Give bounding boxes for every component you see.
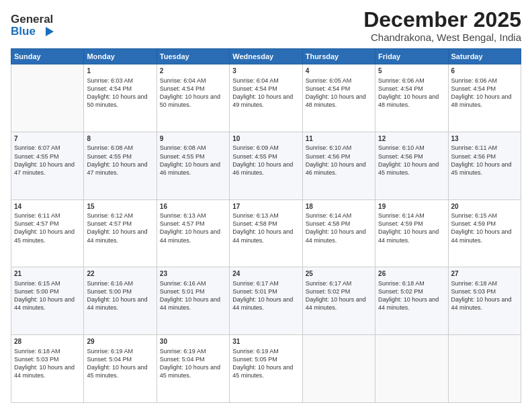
day-detail: Sunrise: 6:11 AMSunset: 4:56 PMDaylight:… <box>451 144 518 177</box>
day-number: 6 <box>451 66 518 76</box>
calendar-week-row: 21Sunrise: 6:15 AMSunset: 5:00 PMDayligh… <box>11 267 521 335</box>
calendar-cell: 8Sunrise: 6:08 AMSunset: 4:55 PMDaylight… <box>84 132 157 199</box>
day-detail: Sunrise: 6:19 AMSunset: 5:04 PMDaylight:… <box>87 347 153 380</box>
day-number: 18 <box>306 202 372 212</box>
calendar-cell: 16Sunrise: 6:13 AMSunset: 4:57 PMDayligh… <box>157 199 229 267</box>
day-number: 14 <box>14 202 81 212</box>
header-monday: Monday <box>84 49 157 64</box>
day-number: 22 <box>87 269 153 279</box>
day-number: 27 <box>451 269 518 279</box>
day-detail: Sunrise: 6:06 AMSunset: 4:54 PMDaylight:… <box>451 77 518 109</box>
page: General Blue December 2025 Chandrakona, … <box>0 0 532 411</box>
day-detail: Sunrise: 6:16 AMSunset: 5:01 PMDaylight:… <box>160 279 226 312</box>
day-detail: Sunrise: 6:18 AMSunset: 5:02 PMDaylight:… <box>378 279 445 312</box>
calendar-cell: 5Sunrise: 6:06 AMSunset: 4:54 PMDaylight… <box>375 64 448 132</box>
calendar-header-row: Sunday Monday Tuesday Wednesday Thursday… <box>11 49 521 64</box>
day-detail: Sunrise: 6:15 AMSunset: 5:00 PMDaylight:… <box>14 279 81 312</box>
svg-text:Blue: Blue <box>11 25 36 38</box>
calendar-table: Sunday Monday Tuesday Wednesday Thursday… <box>11 48 521 403</box>
calendar-cell: 22Sunrise: 6:16 AMSunset: 5:00 PMDayligh… <box>84 267 157 335</box>
day-detail: Sunrise: 6:18 AMSunset: 5:03 PMDaylight:… <box>451 279 518 312</box>
day-number: 19 <box>378 202 445 212</box>
day-number: 9 <box>160 134 226 144</box>
calendar-cell: 28Sunrise: 6:18 AMSunset: 5:03 PMDayligh… <box>11 335 84 403</box>
day-detail: Sunrise: 6:04 AMSunset: 4:54 PMDaylight:… <box>232 77 299 109</box>
day-detail: Sunrise: 6:19 AMSunset: 5:05 PMDaylight:… <box>232 347 299 380</box>
day-detail: Sunrise: 6:13 AMSunset: 4:57 PMDaylight:… <box>160 212 226 244</box>
calendar-cell <box>448 335 521 403</box>
day-detail: Sunrise: 6:08 AMSunset: 4:55 PMDaylight:… <box>160 144 226 177</box>
calendar-cell: 12Sunrise: 6:10 AMSunset: 4:56 PMDayligh… <box>375 132 448 199</box>
calendar-cell: 2Sunrise: 6:04 AMSunset: 4:54 PMDaylight… <box>157 64 229 132</box>
calendar-cell <box>11 64 84 132</box>
calendar-week-row: 14Sunrise: 6:11 AMSunset: 4:57 PMDayligh… <box>11 199 521 267</box>
calendar-cell: 1Sunrise: 6:03 AMSunset: 4:54 PMDaylight… <box>84 64 157 132</box>
day-number: 25 <box>306 269 372 279</box>
calendar-cell: 4Sunrise: 6:05 AMSunset: 4:54 PMDaylight… <box>302 64 375 132</box>
header-thursday: Thursday <box>302 49 375 64</box>
calendar-cell: 30Sunrise: 6:19 AMSunset: 5:04 PMDayligh… <box>157 335 229 403</box>
day-number: 28 <box>14 337 81 347</box>
day-number: 4 <box>306 66 372 76</box>
day-detail: Sunrise: 6:06 AMSunset: 4:54 PMDaylight:… <box>378 77 445 109</box>
day-detail: Sunrise: 6:03 AMSunset: 4:54 PMDaylight:… <box>87 77 153 109</box>
day-number: 15 <box>87 202 153 212</box>
day-number: 20 <box>451 202 518 212</box>
calendar-cell: 7Sunrise: 6:07 AMSunset: 4:55 PMDaylight… <box>11 132 84 199</box>
day-detail: Sunrise: 6:14 AMSunset: 4:58 PMDaylight:… <box>306 212 372 244</box>
day-detail: Sunrise: 6:10 AMSunset: 4:56 PMDaylight:… <box>306 144 372 177</box>
calendar-cell: 24Sunrise: 6:17 AMSunset: 5:01 PMDayligh… <box>230 267 302 335</box>
calendar-cell: 14Sunrise: 6:11 AMSunset: 4:57 PMDayligh… <box>11 199 84 267</box>
calendar-cell: 23Sunrise: 6:16 AMSunset: 5:01 PMDayligh… <box>157 267 229 335</box>
day-number: 16 <box>160 202 226 212</box>
calendar-cell: 26Sunrise: 6:18 AMSunset: 5:02 PMDayligh… <box>375 267 448 335</box>
day-number: 12 <box>378 134 445 144</box>
day-detail: Sunrise: 6:19 AMSunset: 5:04 PMDaylight:… <box>160 347 226 380</box>
day-detail: Sunrise: 6:17 AMSunset: 5:01 PMDaylight:… <box>232 279 299 312</box>
day-number: 7 <box>14 134 81 144</box>
calendar-week-row: 28Sunrise: 6:18 AMSunset: 5:03 PMDayligh… <box>11 335 521 403</box>
svg-text:General: General <box>11 13 53 26</box>
calendar-cell: 19Sunrise: 6:14 AMSunset: 4:59 PMDayligh… <box>375 199 448 267</box>
day-detail: Sunrise: 6:04 AMSunset: 4:54 PMDaylight:… <box>160 77 226 109</box>
day-detail: Sunrise: 6:09 AMSunset: 4:55 PMDaylight:… <box>232 144 299 177</box>
day-number: 8 <box>87 134 153 144</box>
day-detail: Sunrise: 6:16 AMSunset: 5:00 PMDaylight:… <box>87 279 153 312</box>
day-number: 3 <box>232 66 299 76</box>
day-detail: Sunrise: 6:14 AMSunset: 4:59 PMDaylight:… <box>378 212 445 244</box>
calendar-cell: 31Sunrise: 6:19 AMSunset: 5:05 PMDayligh… <box>230 335 302 403</box>
header-saturday: Saturday <box>448 49 521 64</box>
day-number: 1 <box>87 66 153 76</box>
calendar-cell: 13Sunrise: 6:11 AMSunset: 4:56 PMDayligh… <box>448 132 521 199</box>
header-friday: Friday <box>375 49 448 64</box>
day-number: 26 <box>378 269 445 279</box>
day-number: 23 <box>160 269 226 279</box>
calendar-cell: 3Sunrise: 6:04 AMSunset: 4:54 PMDaylight… <box>230 64 302 132</box>
day-number: 17 <box>232 202 299 212</box>
calendar-cell: 9Sunrise: 6:08 AMSunset: 4:55 PMDaylight… <box>157 132 229 199</box>
day-number: 21 <box>14 269 81 279</box>
day-detail: Sunrise: 6:15 AMSunset: 4:59 PMDaylight:… <box>451 212 518 244</box>
calendar-cell: 27Sunrise: 6:18 AMSunset: 5:03 PMDayligh… <box>448 267 521 335</box>
day-number: 11 <box>306 134 372 144</box>
calendar-cell: 18Sunrise: 6:14 AMSunset: 4:58 PMDayligh… <box>302 199 375 267</box>
day-detail: Sunrise: 6:05 AMSunset: 4:54 PMDaylight:… <box>306 77 372 109</box>
location-title: Chandrakona, West Bengal, India <box>363 32 521 43</box>
day-detail: Sunrise: 6:18 AMSunset: 5:03 PMDaylight:… <box>14 347 81 380</box>
calendar-cell: 29Sunrise: 6:19 AMSunset: 5:04 PMDayligh… <box>84 335 157 403</box>
day-detail: Sunrise: 6:17 AMSunset: 5:02 PMDaylight:… <box>306 279 372 312</box>
header-wednesday: Wednesday <box>230 49 302 64</box>
day-number: 30 <box>160 337 226 347</box>
day-number: 29 <box>87 337 153 347</box>
day-number: 5 <box>378 66 445 76</box>
calendar-cell: 17Sunrise: 6:13 AMSunset: 4:58 PMDayligh… <box>230 199 302 267</box>
calendar-cell: 21Sunrise: 6:15 AMSunset: 5:00 PMDayligh… <box>11 267 84 335</box>
day-detail: Sunrise: 6:13 AMSunset: 4:58 PMDaylight:… <box>232 212 299 244</box>
calendar-cell: 10Sunrise: 6:09 AMSunset: 4:55 PMDayligh… <box>230 132 302 199</box>
calendar-cell: 25Sunrise: 6:17 AMSunset: 5:02 PMDayligh… <box>302 267 375 335</box>
day-number: 24 <box>232 269 299 279</box>
header-sunday: Sunday <box>11 49 84 64</box>
day-number: 31 <box>232 337 299 347</box>
day-detail: Sunrise: 6:11 AMSunset: 4:57 PMDaylight:… <box>14 212 81 244</box>
calendar-cell: 20Sunrise: 6:15 AMSunset: 4:59 PMDayligh… <box>448 199 521 267</box>
